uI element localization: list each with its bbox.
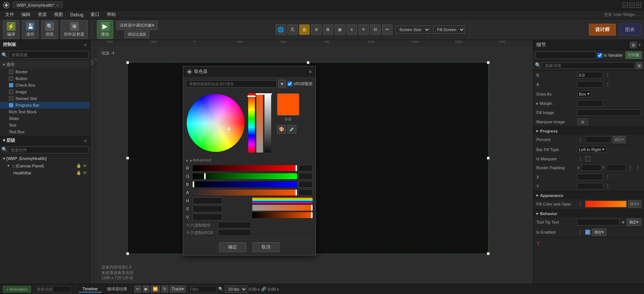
item-checkbox[interactable]: Check Box [0,82,90,88]
behavior-section-header[interactable]: ▸ Behavior [533,210,644,217]
margin-input[interactable]: 0.416667 [577,100,603,107]
menu-view[interactable]: 视图 [50,11,67,19]
compile-button[interactable]: ⚡ 编译 [3,20,19,39]
b-prop-dot[interactable]: ⋮ [604,72,611,78]
g-slider[interactable] [193,173,297,179]
percent-dot[interactable]: ⋮ [577,137,584,143]
lock-icon[interactable]: 🔒 [76,163,81,168]
r-slider[interactable] [193,165,297,171]
dialog-close-icon[interactable]: × [309,69,312,75]
borderpadding-y[interactable]: 0.0 [606,164,626,171]
appearance-section-header[interactable]: ▸ Appearance [533,191,644,199]
h-value[interactable]: 6.6207581 [193,197,222,204]
reflect-button[interactable]: ⊞ 控件反射器 [61,20,88,39]
handle-tl[interactable] [126,61,129,64]
eye-icon[interactable]: 👁 [83,164,87,168]
borderpadding-dot[interactable]: ⋮ [627,165,634,171]
h-bar[interactable] [252,197,313,203]
cancel-button[interactable]: 取消 [252,242,280,252]
tab-close[interactable]: × [57,3,59,7]
canvas-icon10[interactable]: ⇔ [382,24,392,35]
canvas-content[interactable]: 缩放 -4 设备内容缩放1.0 未设置设备安全区 1280 x 720 [98,47,533,284]
isenabled-dot[interactable]: ⋮ [577,229,584,235]
menu-asset[interactable]: 资源 [34,11,50,19]
canvas-icon2[interactable]: 无 [287,24,298,35]
ok-button[interactable]: 确定 [219,242,246,252]
borderpadding-x[interactable]: 0.0 [581,164,601,171]
val-bar[interactable] [264,93,271,153]
item-namedslot[interactable]: Named Slot [0,95,90,102]
timeline-play-btn[interactable]: ▶ [143,285,149,293]
timeline-forward-btn[interactable]: ⏩ [151,285,160,293]
item-border[interactable]: Border [0,69,90,75]
canvas-icon7[interactable]: 4 [347,24,357,35]
hex-srgb-value[interactable]: FF5D00FF [218,229,251,236]
v-value[interactable]: 1.0 [193,214,222,220]
animation-button[interactable]: + Animation [3,286,31,293]
handle-bl[interactable] [126,252,129,255]
eyedropper-icon[interactable]: 💉 [287,125,296,134]
x-dot[interactable]: ⋮ [604,174,611,180]
debug-dropdown[interactable]: 没有选中调试对象▾ [116,21,158,30]
item-text[interactable]: Text [0,122,90,128]
search-input[interactable] [9,51,88,59]
b-prop-input[interactable] [577,72,603,78]
print-preview-btn[interactable]: 打印预 [626,51,642,59]
isenabled-checkbox[interactable]: ✓ [585,230,590,235]
color-save-dropdown[interactable]: ▾ [278,80,286,88]
fillcolor-dot[interactable]: ⋮ [577,201,584,207]
item-button[interactable]: Button [0,75,90,82]
canvas-icon9[interactable]: ⊟ [370,24,381,35]
timeline-loop-btn[interactable]: ↻ [161,285,168,293]
handle-tm[interactable] [307,61,310,64]
right-expand-btn[interactable]: ⊞ [630,42,637,48]
srgb-checkbox[interactable] [287,81,292,86]
item-textbox[interactable]: Text Box [0,128,90,135]
fillcolor-determine[interactable]: 确定▾ [628,200,641,208]
y-input[interactable]: 0.0 [577,183,603,190]
canvas-icon8[interactable]: ✛ [358,24,369,35]
panel-close-icon[interactable]: × [84,42,87,48]
save-button[interactable]: 💾 保存 [22,20,38,39]
layer-close-icon[interactable]: × [84,138,87,144]
is-variable-checkbox[interactable] [597,53,602,58]
healthbar-eye-icon[interactable]: 👁 [83,171,87,175]
g-value[interactable]: 0.110346 [299,173,313,180]
designer-button[interactable]: 设计师 [589,24,616,36]
marquee-image-display[interactable]: ▦ [577,118,588,125]
b-slider[interactable] [193,181,297,187]
menu-window[interactable]: 窗口 [87,11,103,19]
play-button[interactable]: ▶ 播放 [97,20,113,39]
menu-file[interactable]: 文件 [1,11,18,19]
y-dot[interactable]: ⋮ [604,183,611,189]
item-image[interactable]: Image [0,88,90,95]
r-value[interactable]: 1.0 [299,165,313,171]
b-value[interactable]: 0.0 [299,181,313,188]
minimize-btn[interactable]: — [623,3,628,8]
color-save-input[interactable] [186,80,277,87]
canvas-globe-icon[interactable]: 🌐 [276,24,286,35]
tooltip-determine[interactable]: 确定▾ [627,218,641,226]
barfilltype-dropdown[interactable]: Left to Right ▾ [577,146,606,153]
advanced-header[interactable]: ▴ ▴ Advanced [186,158,313,163]
s-value[interactable]: 1.0 [193,206,222,212]
fill-image-display[interactable] [577,109,641,116]
browse-button[interactable]: 🔍 浏览 [41,20,58,39]
filter-input[interactable] [187,286,217,293]
maximize-btn[interactable]: □ [629,3,634,8]
canvas-icon3[interactable]: 🔒 [299,24,310,35]
fill-screen-select[interactable]: Fill Screen [433,26,465,34]
healthbar-lock-icon[interactable]: 🔒 [76,170,81,175]
handle-br[interactable] [487,252,490,255]
a-prop-input[interactable]: 0.372549 [577,81,603,88]
tooltip-input[interactable] [577,219,620,225]
layer-healthbar[interactable]: HealthBar 🔒 👁 [0,169,90,176]
timeline-undo-btn[interactable]: ↩ [134,285,141,293]
percent-input[interactable]: 0.0 [585,136,611,143]
x-input[interactable]: 0.0 [577,174,603,180]
canvas-icon6[interactable]: ▦ [335,24,345,35]
name-input[interactable]: HealthBar [536,51,596,59]
ismarquee-checkbox[interactable] [585,156,590,161]
editor-tab[interactable]: WBP_EnemyHealth* × [13,1,63,9]
search-anim-input[interactable] [34,286,71,293]
